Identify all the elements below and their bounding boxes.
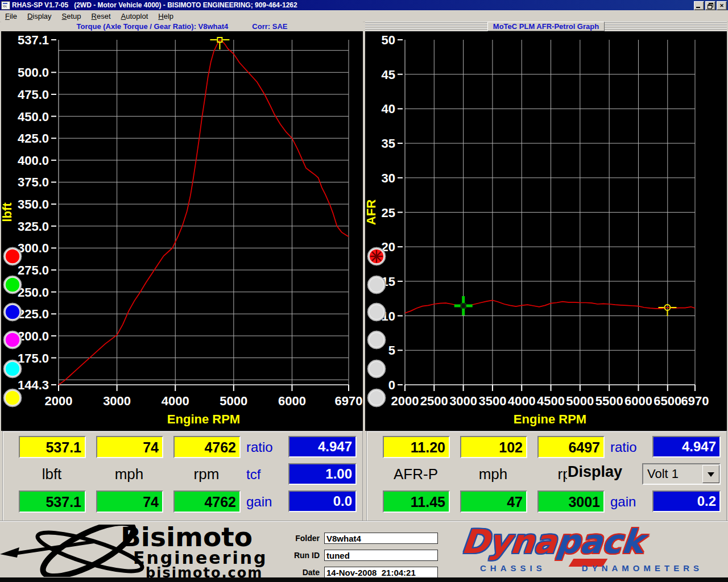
svg-text:2500: 2500 — [420, 394, 448, 408]
torque-peak-value: 537.1 — [19, 490, 86, 513]
rpm-peak-value: 4762 — [173, 490, 241, 513]
axis-labels: 5045403530252015105020002500300035004000… — [365, 33, 709, 426]
ratio-label: ratio — [246, 439, 273, 455]
afr-graph-panel: 5045403530252015105020002500300035004000… — [365, 31, 727, 431]
minimize-button[interactable] — [694, 1, 704, 10]
svg-text:6970: 6970 — [681, 394, 709, 408]
torque-graph-title: Torque (Axle Torque / Gear Ratio): V8wha… — [77, 22, 229, 31]
afr-cursor-0[interactable] — [454, 296, 473, 315]
display-channel-select[interactable]: Volt 1 — [642, 463, 721, 485]
speed-live-value: 102 — [460, 436, 527, 458]
rpm-live-value: 6497 — [537, 436, 605, 458]
svg-text:6000: 6000 — [278, 394, 306, 408]
svg-text:300.0: 300.0 — [18, 241, 49, 255]
channel-button-0[interactable] — [3, 247, 22, 265]
svg-text:5: 5 — [388, 343, 395, 357]
menu-autoplot[interactable]: Autoplot — [116, 11, 154, 22]
footer: Bisimoto Engineering bisimoto.com Folder… — [0, 521, 728, 578]
channel-button-5[interactable] — [3, 389, 22, 407]
chevron-down-icon[interactable] — [702, 465, 719, 483]
svg-text:35: 35 — [382, 136, 395, 151]
torque-readout-panel: 537.1 74 4762 lbft mph rpm 537.1 74 4762… — [2, 431, 363, 522]
channel-button-2[interactable] — [3, 303, 22, 321]
gain-value: 0.2 — [652, 490, 721, 512]
channel-button-4[interactable] — [367, 360, 386, 378]
afr-graph-title: MoTeC PLM AFR-Petrol Graph — [487, 22, 605, 31]
svg-text:3000: 3000 — [103, 394, 131, 408]
date-input[interactable] — [324, 567, 438, 578]
afr-plot[interactable]: 5045403530252015105020002500300035004000… — [365, 31, 727, 431]
ratio-value: 4.947 — [652, 436, 721, 458]
restore-button[interactable] — [705, 1, 715, 10]
svg-text:5000: 5000 — [220, 394, 247, 408]
svg-text:40: 40 — [382, 102, 395, 116]
afr-cursor-value: 11.45 — [383, 490, 450, 513]
speed-peak-value: 74 — [96, 490, 163, 513]
channel-button-4[interactable] — [3, 360, 22, 378]
menu-reset[interactable]: Reset — [86, 11, 116, 22]
channel-button-1[interactable] — [3, 276, 22, 294]
torque-plot[interactable]: 537.1500.0475.0450.0425.0400.0375.0350.0… — [1, 31, 363, 431]
title-bar[interactable]: RHAS-SP V1.7-05 (2WD - Motor Vehicle 400… — [0, 0, 728, 10]
display-channel-value: Volt 1 — [643, 467, 702, 481]
torque-graph-corr: Corr: SAE — [252, 22, 287, 31]
channel-button-3[interactable] — [3, 331, 22, 349]
channel-button-0[interactable] — [367, 247, 386, 265]
svg-text:144.3: 144.3 — [18, 378, 49, 392]
svg-text:2000: 2000 — [391, 394, 419, 408]
svg-text:4000: 4000 — [162, 394, 189, 408]
svg-text:6500: 6500 — [653, 394, 681, 408]
channel-button-2[interactable] — [367, 303, 386, 321]
svg-text:6000: 6000 — [624, 394, 652, 408]
run-id-input[interactable] — [324, 550, 438, 561]
display-label: Display — [567, 463, 622, 481]
dynapack-logo-text-a: Dyna — [460, 522, 559, 561]
menu-display[interactable]: Display — [22, 11, 57, 22]
x-axis-title: Engine RPM — [167, 412, 240, 426]
svg-text:475.0: 475.0 — [18, 88, 49, 102]
svg-text:0: 0 — [388, 378, 395, 392]
svg-text:2000: 2000 — [45, 394, 73, 408]
speed-unit-label: mph — [96, 465, 162, 483]
channel-button-1[interactable] — [367, 276, 386, 294]
rpm-cursor-value: 3001 — [537, 490, 605, 513]
svg-text:25: 25 — [382, 206, 395, 220]
tcf-value: 1.00 — [288, 463, 357, 485]
x-axis-title: Engine RPM — [514, 412, 586, 426]
svg-text:350.0: 350.0 — [18, 197, 49, 211]
torque-live-value: 537.1 — [19, 436, 86, 458]
svg-text:200.0: 200.0 — [18, 329, 49, 343]
speed-cursor-value: 47 — [460, 490, 527, 513]
svg-text:537.1: 537.1 — [18, 33, 49, 47]
dynapack-logo: Dynapack CHASSIS DYNAMOMETERS — [460, 522, 715, 577]
gain-label: gain — [610, 494, 636, 510]
torque-graph-panel: 537.1500.0475.0450.0425.0400.0375.0350.0… — [1, 31, 363, 431]
close-button[interactable]: ✕ — [717, 1, 727, 10]
afr-graph-title-strip[interactable]: MoTeC PLM AFR-Petrol Graph — [365, 22, 727, 31]
menu-help[interactable]: Help — [153, 11, 179, 22]
window-bottom-edge — [0, 577, 728, 582]
channel-button-3[interactable] — [367, 331, 386, 349]
rpm-live-value: 4762 — [173, 436, 241, 458]
folder-input[interactable] — [324, 533, 438, 544]
ratio-label: ratio — [610, 439, 637, 455]
tcf-label: tcf — [246, 467, 260, 483]
gridlines — [59, 40, 349, 385]
svg-text:425.0: 425.0 — [18, 131, 49, 146]
gain-label: gain — [246, 494, 272, 510]
svg-text:225.0: 225.0 — [18, 307, 49, 321]
afr-unit-label: AFR-P — [383, 465, 449, 483]
svg-text:50: 50 — [382, 33, 395, 47]
menu-setup[interactable]: Setup — [57, 11, 86, 22]
svg-text:45: 45 — [382, 68, 395, 82]
dynapack-tagline-a: CHASSIS — [480, 563, 546, 573]
speed-unit-label: mph — [460, 465, 526, 483]
app-icon — [1, 1, 10, 10]
torque-unit-label: lbft — [19, 465, 85, 483]
rpm-unit-label: rpm — [173, 465, 239, 483]
svg-text:400.0: 400.0 — [18, 153, 49, 168]
menu-file[interactable]: File — [0, 11, 22, 22]
gain-value: 0.0 — [288, 490, 357, 512]
svg-text:375.0: 375.0 — [18, 175, 49, 189]
channel-button-5[interactable] — [367, 389, 386, 407]
